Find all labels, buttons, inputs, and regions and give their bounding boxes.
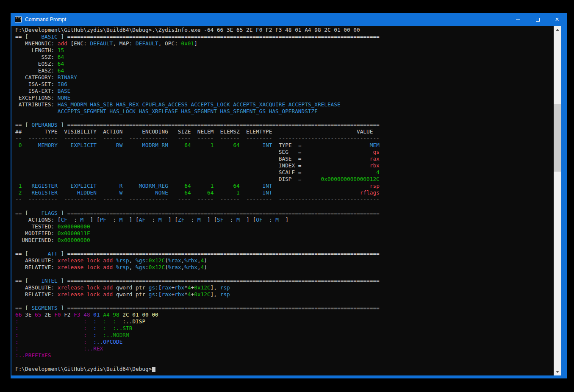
terminal-line: ISA-EXT: BASE xyxy=(15,88,554,95)
window-title: Command Prompt xyxy=(25,17,66,22)
close-button[interactable]: × xyxy=(547,13,567,26)
terminal-line: SEG = gs xyxy=(15,149,554,156)
terminal-line: RELATIVE: xrelease lock add qword ptr gs… xyxy=(15,291,554,298)
scroll-down-icon xyxy=(556,371,559,373)
maximize-icon xyxy=(536,18,540,22)
terminal-line: ATTRIBUTES: HAS_MODRM HAS_SIB HAS_REX CP… xyxy=(15,101,554,108)
minimize-icon xyxy=(516,19,520,20)
terminal-line: 0 MEMORY EXPLICIT RW MODRM_RM 64 1 64 IN… xyxy=(15,142,554,149)
terminal-line: : :..REX xyxy=(15,345,554,352)
terminal-line: -- --------- ---------- ------ ---------… xyxy=(15,135,554,142)
terminal-line: == [ ATT ] =============================… xyxy=(15,250,554,257)
window-controls: × xyxy=(508,13,567,26)
terminal-line: == [ BASIC ] ===========================… xyxy=(15,33,554,40)
terminal-line: LENGTH: 15 xyxy=(15,47,554,54)
terminal-line: ## TYPE VISIBILITY ACTION ENCODING SIZE … xyxy=(15,128,554,135)
terminal-line: : : : : :..SIB xyxy=(15,325,554,332)
text-cursor xyxy=(152,367,155,372)
terminal-line: MNEMONIC: add [ENC: DEFAULT, MAP: DEFAUL… xyxy=(15,40,554,47)
terminal-line: ACCEPTS_SEGMENT HAS_LOCK HAS_XRELEASE HA… xyxy=(15,108,554,115)
terminal-line: == [ SEGMENTS ] ========================… xyxy=(15,305,554,311)
console-output[interactable]: F:\Development\GitHub\zydis\Build64\Debu… xyxy=(11,26,554,375)
command-prompt-window: C:\ Command Prompt × F:\Development\GitH… xyxy=(11,13,567,378)
terminal-line: : : : : : :..DISP xyxy=(15,318,554,325)
terminal-line: TESTED: 0x00000000 xyxy=(15,223,554,230)
terminal-line: DISP = 0x000000000000012C xyxy=(15,176,554,183)
terminal-line: == [ INTEL ] ===========================… xyxy=(15,278,554,284)
terminal-line: ISA-SET: I86 xyxy=(15,81,554,88)
scroll-down-button[interactable] xyxy=(554,368,561,375)
close-icon: × xyxy=(555,16,559,23)
terminal-line: INDEX = rbx xyxy=(15,162,554,169)
terminal-line: -- --------- ---------- ------ ---------… xyxy=(15,196,554,203)
terminal-line xyxy=(15,359,554,366)
terminal-line xyxy=(15,244,554,250)
terminal-line: EOSZ: 64 xyxy=(15,61,554,67)
terminal-line: F:\Development\GitHub\zydis\Build64\Debu… xyxy=(15,27,554,33)
desktop-background: { "window": { "title": "Command Prompt",… xyxy=(0,0,574,392)
terminal-line: EASZ: 64 xyxy=(15,67,554,74)
terminal-line: SCALE = 4 xyxy=(15,169,554,176)
terminal-line xyxy=(15,298,554,305)
terminal-line: : : :..OPCODE xyxy=(15,339,554,345)
terminal-line: ABSOLUTE: xrelease lock add %rsp, %gs:0x… xyxy=(15,257,554,264)
title-bar[interactable]: C:\ Command Prompt × xyxy=(11,13,567,26)
terminal-line xyxy=(15,271,554,278)
terminal-line: ACTIONS: [CF : M ] [PF : M ] [AF : M ] [… xyxy=(15,217,554,223)
terminal-line: == [ FLAGS ] ===========================… xyxy=(15,210,554,217)
scrollbar-track[interactable] xyxy=(554,33,561,368)
terminal-line: 2 REGISTER HIDDEN W NONE 64 64 1 INT rfl… xyxy=(15,189,554,196)
terminal-line xyxy=(15,203,554,210)
terminal-line: F:\Development\GitHub\zydis\Build64\Debu… xyxy=(15,366,554,373)
scrollbar[interactable] xyxy=(554,26,561,375)
terminal-line: BASE = rax xyxy=(15,156,554,162)
terminal-line: 66 3E 65 2E F0 F2 F3 48 01 A4 98 2C 01 0… xyxy=(15,311,554,318)
terminal-line: EXCEPTIONS: NONE xyxy=(15,95,554,101)
cmd-icon: C:\ xyxy=(15,17,22,22)
scroll-up-button[interactable] xyxy=(554,26,561,33)
terminal-line: : : : :..MODRM xyxy=(15,332,554,339)
terminal-line: == [ OPERANDS ] ========================… xyxy=(15,122,554,128)
terminal-line: CATEGORY: BINARY xyxy=(15,74,554,81)
scroll-up-icon xyxy=(556,29,559,31)
console-window-body: F:\Development\GitHub\zydis\Build64\Debu… xyxy=(11,26,561,375)
terminal-line: 1 REGISTER EXPLICIT R MODRM_REG 64 1 64 … xyxy=(15,183,554,189)
terminal-line: SSZ: 64 xyxy=(15,54,554,61)
terminal-line: MODIFIED: 0x0000011F xyxy=(15,230,554,237)
terminal-line: ABSOLUTE: xrelease lock add qword ptr gs… xyxy=(15,284,554,291)
cmd-icon-label: C:\ xyxy=(16,17,21,20)
terminal-line: UNDEFINED: 0x00000000 xyxy=(15,237,554,244)
terminal-line: RELATIVE: xrelease lock add %rsp, %gs:0x… xyxy=(15,264,554,271)
terminal-line: :..PREFIXES xyxy=(15,352,554,359)
terminal-line xyxy=(15,115,554,122)
minimize-button[interactable] xyxy=(508,13,528,26)
maximize-button[interactable] xyxy=(528,13,547,26)
scrollbar-thumb[interactable] xyxy=(554,104,561,172)
